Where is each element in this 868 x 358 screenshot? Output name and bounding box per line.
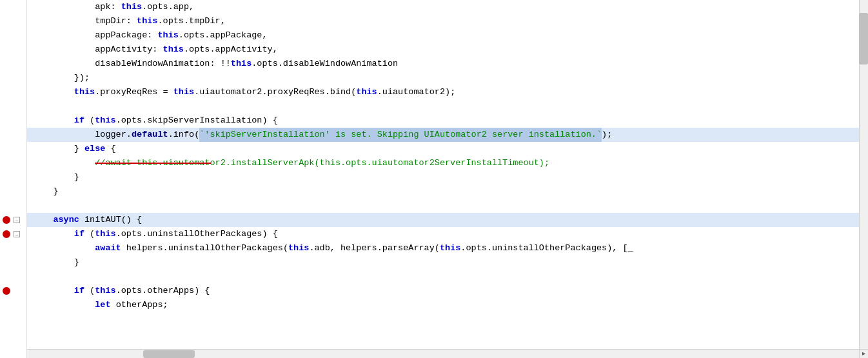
keyword-token: this bbox=[231, 57, 252, 71]
normal-token: } bbox=[74, 142, 84, 156]
gutter-line-23 bbox=[0, 312, 24, 326]
normal-token: .proxyReqRes = bbox=[95, 85, 173, 99]
code-line-6: }); bbox=[27, 71, 868, 85]
normal-token: logger. bbox=[95, 128, 132, 142]
method-token: default bbox=[132, 128, 168, 142]
normal-token: } bbox=[53, 184, 58, 199]
gutter-line-14 bbox=[0, 184, 24, 199]
normal-token: ( bbox=[84, 114, 95, 128]
code-line-5: disableWindowAnimation: !!this.opts.disa… bbox=[27, 57, 868, 71]
breakpoint-indicator[interactable] bbox=[3, 216, 10, 224]
code-line-2: tmpDir: this.opts.tmpDir, bbox=[27, 14, 868, 28]
gutter-line-1 bbox=[0, 0, 24, 14]
code-line-20 bbox=[27, 270, 868, 284]
keyword-token: this bbox=[163, 43, 184, 57]
keyword-token: if bbox=[74, 227, 84, 241]
normal-token: appActivity: bbox=[95, 43, 163, 57]
code-line-15 bbox=[27, 199, 868, 213]
gutter-line-2 bbox=[0, 14, 24, 28]
keyword-token: async bbox=[53, 213, 79, 227]
code-line-8 bbox=[27, 99, 868, 114]
code-line-4: appActivity: this.opts.appActivity, bbox=[27, 43, 868, 57]
normal-token: .uiautomator2); bbox=[377, 85, 456, 99]
keyword-token: this bbox=[288, 241, 309, 255]
normal-token: } bbox=[74, 170, 79, 184]
normal-token: .opts.appActivity, bbox=[184, 43, 278, 57]
normal-token: .opts.app, bbox=[142, 0, 194, 14]
keyword-token: this bbox=[173, 85, 194, 99]
gutter-line-6 bbox=[0, 71, 24, 85]
code-line-18: await helpers.uninstallOtherPackages(thi… bbox=[27, 241, 868, 255]
normal-token: .adb, helpers.parseArray( bbox=[309, 241, 440, 255]
keyword-token: this bbox=[95, 284, 115, 298]
normal-token: ); bbox=[602, 128, 612, 142]
strikethrough-comment: //await this.uiautomator2.installServerA… bbox=[95, 156, 549, 170]
horizontal-scrollbar[interactable] bbox=[27, 349, 859, 358]
gutter-line-4 bbox=[0, 43, 24, 57]
gutter-line-18 bbox=[0, 241, 24, 255]
code-line-7: this.proxyReqRes = this.uiautomator2.pro… bbox=[27, 85, 868, 99]
code-line-9: if (this.opts.skipServerInstallation) { bbox=[27, 114, 868, 128]
breakpoint-indicator[interactable] bbox=[3, 287, 10, 295]
normal-token: } bbox=[74, 255, 79, 270]
normal-token: ( bbox=[84, 227, 95, 241]
keyword-token: else bbox=[84, 142, 105, 156]
normal-token: .opts.otherApps) { bbox=[116, 284, 210, 298]
normal-token: initAUT() { bbox=[79, 213, 142, 227]
normal-token: .opts.disableWindowAnimation bbox=[252, 57, 398, 71]
normal-token: ( bbox=[84, 284, 95, 298]
normal-token: .opts.uninstallOtherPackages), [_ bbox=[460, 241, 633, 255]
gutter-line-19 bbox=[0, 255, 24, 270]
keyword-token: let bbox=[95, 298, 110, 312]
keyword-token: this bbox=[440, 241, 460, 255]
editor-container: –– apk: this.opts.app, tmpDir: this.opts… bbox=[0, 0, 868, 358]
breakpoint-indicator[interactable] bbox=[3, 230, 10, 238]
selected-string-token: `'skipServerInstallation' is set. Skippi… bbox=[199, 128, 602, 142]
normal-token: { bbox=[105, 142, 115, 156]
normal-token: apk: bbox=[95, 0, 121, 14]
code-line-23 bbox=[27, 312, 868, 326]
collapse-arrow[interactable]: – bbox=[14, 231, 20, 237]
code-line-12: //await this.uiautomator2.installServerA… bbox=[27, 156, 868, 170]
code-line-21: if (this.opts.otherApps) { bbox=[27, 284, 868, 298]
normal-token: disableWindowAnimation: !! bbox=[95, 57, 231, 71]
gutter-line-15 bbox=[0, 199, 24, 213]
code-line-1: apk: this.opts.app, bbox=[27, 0, 868, 14]
scrollbar-corner: ► bbox=[859, 349, 868, 358]
normal-token: .uiautomator2.proxyReqRes.bind( bbox=[194, 85, 356, 99]
keyword-token: this bbox=[95, 227, 115, 241]
normal-token: .opts.skipServerInstallation) { bbox=[116, 114, 278, 128]
normal-token: .opts.tmpDir, bbox=[157, 14, 225, 28]
code-lines: apk: this.opts.app, tmpDir: this.opts.tm… bbox=[27, 0, 868, 358]
normal-token: appPackage: bbox=[95, 28, 157, 43]
keyword-token: this bbox=[137, 14, 157, 28]
horizontal-scrollbar-thumb[interactable] bbox=[143, 350, 195, 358]
normal-token: tmpDir: bbox=[95, 14, 137, 28]
gutter-line-10 bbox=[0, 128, 24, 142]
collapse-arrow[interactable]: – bbox=[14, 217, 20, 223]
keyword-token: await bbox=[95, 241, 121, 255]
normal-token: otherApps; bbox=[111, 298, 168, 312]
gutter-line-22 bbox=[0, 298, 24, 312]
keyword-token: this bbox=[74, 85, 95, 99]
gutter-line-7 bbox=[0, 85, 24, 99]
gutter-line-17: – bbox=[0, 227, 24, 241]
code-line-17: if (this.opts.uninstallOtherPackages) { bbox=[27, 227, 868, 241]
gutter-line-13 bbox=[0, 170, 24, 184]
normal-token: .opts.appPackage, bbox=[179, 28, 268, 43]
vertical-scrollbar[interactable] bbox=[859, 0, 868, 358]
keyword-token: this bbox=[95, 114, 115, 128]
vertical-scrollbar-thumb[interactable] bbox=[859, 13, 868, 65]
gutter-line-21 bbox=[0, 284, 24, 298]
code-line-14: } bbox=[27, 184, 868, 199]
code-line-13: } bbox=[27, 170, 868, 184]
normal-token: }); bbox=[74, 71, 90, 85]
code-line-3: appPackage: this.opts.appPackage, bbox=[27, 28, 868, 43]
normal-token: .opts.uninstallOtherPackages) { bbox=[116, 227, 278, 241]
code-area[interactable]: apk: this.opts.app, tmpDir: this.opts.tm… bbox=[27, 0, 868, 358]
gutter-line-3 bbox=[0, 28, 24, 43]
code-line-10: logger.default.info(`'skipServerInstalla… bbox=[27, 128, 868, 142]
keyword-token: if bbox=[74, 284, 84, 298]
gutter-line-8 bbox=[0, 99, 24, 114]
line-number-gutter: –– bbox=[0, 0, 27, 358]
